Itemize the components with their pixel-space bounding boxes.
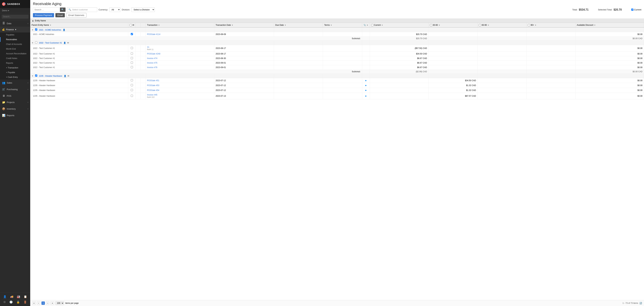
group-name-link[interactable]: 1235 - Atwater Hardware: [39, 75, 62, 77]
search-input[interactable]: [33, 8, 60, 12]
collapse-button[interactable]: ▼: [32, 75, 34, 77]
sidebar-item-payable[interactable]: + Payable: [0, 70, 30, 75]
first-page-button[interactable]: «: [32, 301, 36, 305]
sidebar-item-transaction[interactable]: + Transaction: [0, 65, 30, 70]
filter-icon-60-90[interactable]: ▼: [488, 24, 489, 26]
row-checkbox[interactable]: [131, 66, 133, 68]
filter-icon-transaction[interactable]: ▼: [158, 24, 160, 26]
transaction-link[interactable]: 11: [147, 46, 149, 48]
filter-icon-entity[interactable]: ▼: [50, 24, 51, 26]
sidebar-item-reports[interactable]: 📊 Reports: [0, 112, 30, 119]
last-page-button[interactable]: »: [50, 301, 54, 305]
sidebar-item-data[interactable]: 🗄 Data ›: [0, 20, 30, 27]
filter-icon-attachment[interactable]: ▼: [367, 24, 368, 26]
group-checkbox[interactable]: [35, 74, 37, 77]
entity-name-sort-bar[interactable]: ▲ Entity Name: [30, 19, 644, 23]
row-checkbox[interactable]: [131, 89, 133, 91]
60-90-amount-cell: [478, 32, 526, 37]
group-name-link[interactable]: 1021 - ACME Industries: [39, 29, 61, 31]
row-checkbox[interactable]: [131, 33, 133, 35]
col-90plus-checkbox[interactable]: [528, 24, 530, 26]
sidebar-item-projects[interactable]: 📁 Projects ›: [0, 99, 30, 106]
group-checkbox[interactable]: [35, 28, 37, 31]
table-row: 1235 - Atwater Hardware POSSale #54 2023…: [30, 88, 644, 93]
col-60-90-checkbox[interactable]: [479, 24, 481, 26]
process-payment-button[interactable]: Process Payment: [33, 13, 54, 17]
sidebar-search-input[interactable]: [2, 15, 28, 19]
clipboard-icon[interactable]: 📋: [24, 295, 27, 298]
filter-icon-trans-date[interactable]: ▼: [232, 24, 233, 26]
sidebar-item-finance-reports[interactable]: Reports: [0, 61, 30, 65]
logout-icon[interactable]: 🚪: [24, 300, 27, 304]
col-30-60-checkbox[interactable]: [430, 24, 432, 26]
current-col-checkbox[interactable]: [371, 24, 373, 26]
filter-icon-current[interactable]: ▼: [382, 24, 383, 26]
sidebar-item-purchasing[interactable]: 🛒 Purchasing ›: [0, 86, 30, 93]
row-checkbox[interactable]: [131, 57, 133, 59]
row-checkbox[interactable]: [131, 84, 133, 86]
chevron-down-icon: ▾: [15, 28, 16, 31]
attachment-cell: [362, 45, 370, 52]
people-icon[interactable]: 👤: [3, 295, 6, 298]
sidebar-item-payables[interactable]: Payables: [0, 33, 30, 37]
clock-icon[interactable]: 🕐: [10, 300, 13, 304]
sidebar-item-account-reconciliation[interactable]: Account Reconciliation: [0, 51, 30, 56]
lock-icon[interactable]: 🔒: [16, 300, 20, 304]
currency-select[interactable]: All CAD USD: [109, 8, 120, 12]
sidebar-item-month-end[interactable]: Month End: [0, 47, 30, 51]
refresh-icon[interactable]: 🔄: [640, 302, 642, 304]
60-90-amount-cell: [478, 65, 526, 70]
row-checkbox[interactable]: [131, 62, 133, 64]
transaction-link[interactable]: Invoice #45: [147, 94, 157, 96]
transaction-link[interactable]: POSSale #240: [147, 53, 160, 55]
collapse-button[interactable]: ▼: [32, 42, 34, 44]
items-per-page-select[interactable]: 100 50 25: [56, 301, 64, 305]
customer-search[interactable]: 🔍 Select customer: [67, 8, 97, 12]
due-date-cell: [274, 78, 323, 83]
filter-icon-due-date[interactable]: ▼: [284, 24, 286, 26]
current-filter-checkbox[interactable]: [631, 9, 634, 11]
filter-icon-30-60[interactable]: ▼: [438, 24, 440, 26]
transaction-link[interactable]: POSSale #54: [147, 89, 159, 91]
email-statements-button[interactable]: Email Statemets: [66, 13, 86, 18]
table-row: 1021 - ACME Industries POSSale #114 2023…: [30, 32, 644, 37]
email-button[interactable]: Email: [56, 13, 65, 17]
transaction-link[interactable]: Invoice #76: [147, 66, 157, 69]
page-1-button[interactable]: 1: [42, 301, 45, 305]
row-checkbox[interactable]: [131, 95, 133, 97]
filter-icon-90plus[interactable]: ▼: [535, 24, 536, 26]
sidebar-item-chart-of-accounts[interactable]: Chart of Accounts: [0, 42, 30, 47]
sidebar-item-credit-notes[interactable]: Credit Notes: [0, 56, 30, 61]
subtotal-discount: $0.00 CAD: [575, 37, 644, 41]
transaction-link[interactable]: POSSale #51: [147, 79, 159, 82]
search-button[interactable]: 🔍: [60, 8, 66, 12]
factory-icon[interactable]: 🏭: [17, 295, 20, 298]
truck-icon[interactable]: 🚚: [10, 295, 14, 298]
demo-user[interactable]: Demo ▾: [0, 8, 30, 13]
row-checkbox[interactable]: [131, 79, 133, 81]
row-checkbox[interactable]: [131, 47, 133, 49]
current-filter-label[interactable]: Current: [631, 9, 641, 11]
settings-icon[interactable]: ⚙: [3, 300, 6, 304]
sidebar-item-cash-entry[interactable]: + Cash Entry: [0, 75, 30, 80]
transaction-link[interactable]: POSSale #53: [147, 84, 159, 87]
row-checkbox[interactable]: [131, 52, 133, 55]
group-checkbox[interactable]: [35, 41, 37, 44]
transaction-link[interactable]: POSSale #114: [147, 33, 160, 36]
filter-icon-discount[interactable]: ▼: [594, 24, 596, 26]
sidebar-item-finance[interactable]: 💰 Finance ▾: [0, 27, 30, 33]
sidebar-item-pos[interactable]: 🖥 POS: [0, 93, 30, 99]
filter-icon-terms[interactable]: ▼: [330, 24, 332, 26]
group-name-link[interactable]: 1022 - Test Customer #1: [39, 42, 62, 44]
select-all-checkbox[interactable]: [130, 24, 132, 26]
collapse-button[interactable]: ▼: [32, 29, 34, 31]
division-select[interactable]: Select a Division: [131, 8, 155, 12]
next-page-button[interactable]: ›: [46, 301, 49, 305]
sidebar-item-receivables[interactable]: Receivables: [0, 37, 30, 42]
transaction-link[interactable]: Invoice #75: [147, 62, 157, 64]
sidebar-item-inventory[interactable]: 📦 Inventory ›: [0, 106, 30, 112]
prev-page-button[interactable]: ‹: [37, 301, 40, 305]
90plus-amount-cell: [526, 83, 575, 88]
sidebar-item-sales[interactable]: 👥 Sales ›: [0, 80, 30, 86]
transaction-link[interactable]: Invoice #74: [147, 57, 157, 60]
